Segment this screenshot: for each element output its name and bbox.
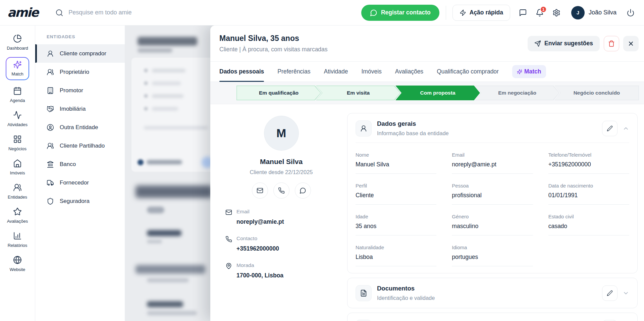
call-action-button[interactable]: [273, 182, 289, 199]
email-action-button[interactable]: [252, 182, 268, 199]
users-icon: [47, 68, 54, 76]
user-name[interactable]: João Silva: [589, 9, 616, 16]
notifications-button[interactable]: 1: [536, 9, 544, 17]
sidebar-item-label: Website: [10, 267, 25, 272]
quick-action-button[interactable]: Ação rápida: [452, 5, 510, 21]
chevron-down-icon[interactable]: [623, 290, 629, 297]
tab-avaliacoes[interactable]: Avaliações: [395, 62, 423, 82]
settings-button[interactable]: [552, 9, 560, 17]
search-input[interactable]: [68, 9, 213, 16]
field-label: Idade: [356, 214, 436, 219]
field-email: Email noreply@amie.pt: [452, 148, 533, 174]
sidebar-item-relatorios[interactable]: Relatórios: [1, 230, 34, 249]
field-idioma: Idioma portugues: [452, 241, 533, 266]
tab-imoveis[interactable]: Imóveis: [362, 62, 382, 82]
chat-action-button[interactable]: [295, 182, 311, 199]
global-search[interactable]: [55, 9, 213, 17]
field-data-nascimento: Data de nascimento 01/01/1991: [548, 179, 629, 205]
pencil-icon: [607, 125, 613, 131]
phone-icon: [225, 236, 232, 243]
sidebar-item-atividades[interactable]: Atividades: [1, 109, 34, 128]
users-icon: [47, 142, 54, 150]
edit-general-button[interactable]: [602, 121, 618, 136]
topbar-divider: [446, 6, 446, 20]
entity-item-label: Outra Entidade: [60, 124, 98, 131]
entity-item-cliente-comprador[interactable]: Cliente comprador: [35, 44, 125, 63]
tab-atividade[interactable]: Atividade: [324, 62, 348, 82]
field-value: 01/01/1991: [548, 192, 629, 199]
delete-client-button[interactable]: [604, 36, 619, 51]
close-drawer-button[interactable]: [623, 36, 639, 51]
tab-preferencias[interactable]: Preferências: [277, 62, 310, 82]
register-contact-button[interactable]: Registar contacto: [361, 5, 439, 21]
field-value: portugues: [452, 254, 533, 261]
card-title: Dados gerais: [377, 120, 449, 127]
entity-item-seguradora[interactable]: Seguradora: [35, 192, 125, 210]
entity-item-outra-entidade[interactable]: Outra Entidade: [35, 118, 125, 137]
pipeline-stage-com-proposta[interactable]: Com proposta: [395, 86, 480, 100]
pipeline-stage-negocio-concluido[interactable]: Negócio concluído: [554, 86, 639, 100]
handshake-icon: [47, 105, 54, 113]
entity-item-banco[interactable]: Banco: [35, 155, 125, 173]
sidebar-nav: Dashboard Match Agenda Atividades Negóci…: [0, 25, 35, 321]
send-suggestions-button[interactable]: Enviar sugestões: [528, 36, 600, 51]
field-value: +351962000000: [548, 161, 629, 168]
sidebar-item-entidades[interactable]: Entidades: [1, 182, 34, 201]
amie-logo[interactable]: amie: [7, 5, 38, 20]
pipeline-stage-em-qualificacao[interactable]: Em qualificação: [236, 86, 321, 100]
gear-icon: [552, 9, 560, 17]
entity-item-label: Fornecedor: [60, 179, 89, 186]
pipeline-stage-label: Em negociação: [475, 86, 559, 100]
field-value: profissional: [452, 192, 533, 199]
map-pin-icon: [356, 320, 372, 321]
entity-item-cliente-partilhado[interactable]: Cliente Partilhado: [35, 137, 125, 155]
field-value: Manuel Silva: [356, 161, 436, 168]
pipeline-stage-label: Negócio concluído: [554, 86, 639, 100]
sidebar-item-website[interactable]: Website: [1, 254, 34, 273]
mail-icon: [225, 209, 232, 216]
field-value: casado: [548, 223, 629, 230]
edit-documents-button[interactable]: [602, 285, 618, 301]
contact-row-address: Morada 1700-000, Lisboa: [225, 262, 337, 279]
pipeline-stage-em-visita[interactable]: Em visita: [316, 86, 400, 100]
entity-item-proprietario[interactable]: Proprietário: [35, 63, 125, 81]
sidebar-item-label: Atividades: [7, 122, 28, 127]
general-fields-grid: Nome Manuel Silva Email noreply@amie.pt …: [356, 148, 629, 266]
calendar-icon: [13, 87, 22, 95]
user-avatar[interactable]: J: [571, 6, 585, 19]
card-divider: [356, 143, 629, 143]
tab-dados-pessoais[interactable]: Dados pessoais: [219, 62, 264, 82]
entity-item-fornecedor[interactable]: Fornecedor: [35, 173, 125, 192]
tab-qualificacao-comprador[interactable]: Qualificação comprador: [437, 62, 499, 82]
field-genero: Género masculino: [452, 210, 533, 235]
sidebar-item-avaliacoes[interactable]: Avaliações: [1, 206, 34, 225]
star-icon: [13, 207, 22, 216]
pipeline-stage-em-negociacao[interactable]: Em negociação: [475, 86, 559, 100]
entity-item-imobiliaria[interactable]: Imobiliária: [35, 100, 125, 118]
chevron-up-icon[interactable]: [623, 125, 629, 132]
contact-value[interactable]: +351962000000: [236, 245, 337, 252]
sidebar-item-negocios[interactable]: Negócios: [1, 133, 34, 153]
register-contact-label: Registar contacto: [381, 9, 431, 16]
grid-icon: [13, 135, 22, 144]
topbar: amie Registar contacto Ação rápida 1 J J…: [0, 0, 644, 25]
building-icon: [47, 87, 54, 94]
contact-row-phone: Contacto +351962000000: [225, 235, 337, 252]
logout-button[interactable]: [627, 9, 635, 17]
contact-value[interactable]: 1700-000, Lisboa: [236, 272, 337, 279]
messages-button[interactable]: [519, 9, 527, 17]
contact-value[interactable]: noreply@amie.pt: [236, 218, 337, 225]
sidebar-item-match[interactable]: Match: [6, 57, 29, 80]
card-title: Documentos: [377, 285, 435, 292]
sidebar-item-imoveis[interactable]: Imóveis: [1, 158, 34, 177]
map-pin-icon: [225, 263, 232, 269]
client-since: Cliente desde 22/12/2025: [225, 169, 337, 175]
pipeline-stage-label: Em visita: [316, 86, 400, 100]
field-label: Telefone/Telemóvel: [548, 152, 629, 158]
entity-item-label: Promotor: [60, 87, 83, 94]
sidebar-item-dashboard[interactable]: Dashboard: [1, 33, 34, 52]
tab-match[interactable]: Match: [512, 65, 546, 78]
sidebar-item-agenda[interactable]: Agenda: [1, 85, 34, 104]
entity-item-promotor[interactable]: Promotor: [35, 81, 125, 100]
phone-icon: [278, 187, 285, 194]
